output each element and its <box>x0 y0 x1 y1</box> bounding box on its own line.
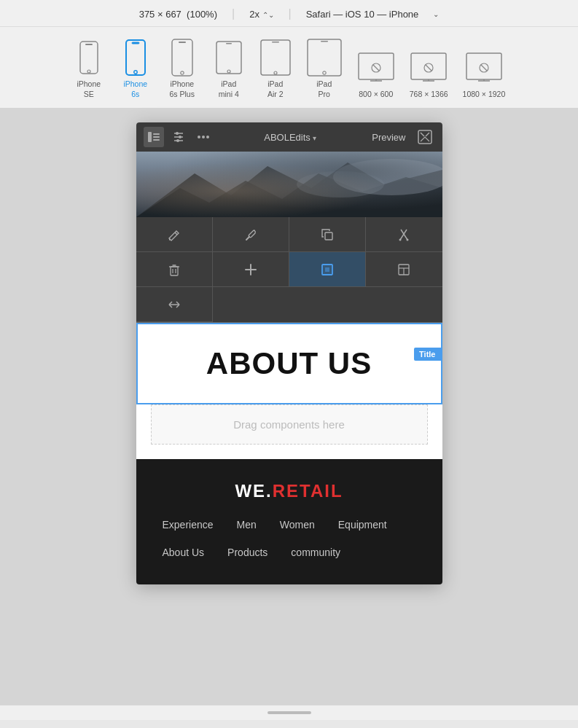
svg-rect-1 <box>85 44 93 45</box>
800x600-label: 800 × 600 <box>359 90 393 100</box>
footer-logo-retail: RETAIL <box>273 481 343 501</box>
device-1080x1920[interactable]: 1080 × 1920 <box>457 46 512 103</box>
svg-rect-58 <box>171 267 178 275</box>
footer-nav-experience[interactable]: Experience <box>151 514 225 535</box>
svg-rect-35 <box>153 136 160 138</box>
svg-rect-28 <box>466 53 501 79</box>
resolution-display: 375 × 667 (100%) <box>139 9 217 20</box>
svg-rect-0 <box>80 42 98 74</box>
scale-display[interactable]: 2x ⌃⌄ <box>249 9 273 20</box>
device-ipad-pro[interactable]: iPadPro <box>300 36 348 102</box>
svg-rect-33 <box>148 132 152 142</box>
svg-rect-7 <box>179 42 186 43</box>
equalizer-button[interactable] <box>168 127 189 147</box>
svg-point-41 <box>179 136 181 138</box>
zoom-value: (100%) <box>187 9 217 20</box>
footer-logo: WE.RETAIL <box>151 481 428 501</box>
device-iphone-6splus[interactable]: iPhone6s Plus <box>160 36 204 102</box>
footer-nav-women[interactable]: Women <box>268 514 327 535</box>
about-us-title: ABOUT US <box>152 339 426 388</box>
scale-arrows: ⌃⌄ <box>262 11 274 19</box>
edit-pencil-button[interactable] <box>136 217 213 252</box>
preview-button[interactable]: Preview <box>367 132 410 143</box>
hero-image <box>136 152 442 217</box>
svg-rect-4 <box>132 42 139 44</box>
svg-marker-48 <box>136 163 442 217</box>
footer-nav-about[interactable]: About Us <box>151 542 216 563</box>
svg-point-16 <box>323 71 326 74</box>
svg-line-54 <box>401 230 407 240</box>
scroll-bar <box>267 711 311 714</box>
sidebar-toggle-button[interactable] <box>144 127 164 147</box>
footer-nav-products[interactable]: Products <box>216 542 279 563</box>
copy-button[interactable] <box>289 217 366 252</box>
svg-rect-11 <box>226 43 232 44</box>
site-footer: WE.RETAIL Experience Men Women Equipment… <box>136 459 442 584</box>
1080x1920-label: 1080 × 1920 <box>463 90 506 100</box>
browser-display[interactable]: Safari — iOS 10 — iPhone <box>306 9 419 20</box>
800x600-icon <box>357 49 395 87</box>
svg-point-42 <box>176 139 179 142</box>
svg-rect-12 <box>261 40 290 75</box>
scroll-indicator <box>0 705 578 720</box>
iphone-se-label: iPhoneSE <box>77 79 101 99</box>
title-badge: Title <box>414 348 440 361</box>
device-ipad-mini4[interactable]: iPadmini 4 <box>207 36 251 102</box>
divider-1: | <box>232 7 235 20</box>
svg-line-27 <box>426 65 431 71</box>
svg-point-13 <box>274 71 277 74</box>
svg-line-44 <box>421 133 424 136</box>
footer-logo-we: WE. <box>235 481 272 501</box>
device-iphone-se[interactable]: iPhoneSE <box>67 36 111 102</box>
add-to-page-button[interactable] <box>415 127 435 147</box>
footer-nav-community[interactable]: community <box>279 542 352 563</box>
about-us-section[interactable]: ABOUT US Title <box>136 323 442 404</box>
device-800x600[interactable]: 800 × 600 <box>351 46 401 103</box>
768x1366-label: 768 × 1366 <box>410 90 448 100</box>
dot-2 <box>202 136 205 138</box>
svg-point-40 <box>176 132 179 135</box>
iphone-6s-icon <box>125 39 147 77</box>
svg-rect-17 <box>321 41 328 42</box>
768x1366-icon <box>410 49 448 87</box>
svg-point-10 <box>227 70 230 73</box>
svg-rect-23 <box>411 53 446 79</box>
layout-button[interactable] <box>366 252 442 287</box>
phone-frame: ABOLEdits ▾ Preview <box>136 122 442 584</box>
device-768x1366[interactable]: 768 × 1366 <box>404 46 454 103</box>
editor-toolbar: ABOLEdits ▾ Preview <box>136 122 442 152</box>
cut-button[interactable] <box>366 217 442 252</box>
svg-rect-6 <box>172 39 192 76</box>
svg-rect-65 <box>325 267 329 272</box>
more-options-button[interactable] <box>193 127 214 147</box>
settings-wrench-button[interactable] <box>213 217 289 252</box>
drag-drop-zone[interactable]: Drag components here <box>151 404 428 445</box>
svg-rect-14 <box>272 42 279 43</box>
resize-button[interactable] <box>136 287 213 322</box>
ipad-pro-icon <box>306 39 343 77</box>
add-plus-button[interactable] <box>213 252 289 287</box>
browser-arrow: ⌄ <box>433 10 439 18</box>
svg-rect-15 <box>308 39 341 76</box>
svg-rect-3 <box>126 40 145 75</box>
svg-line-52 <box>175 232 177 235</box>
1080x1920-icon <box>465 49 503 87</box>
footer-nav-equipment[interactable]: Equipment <box>327 514 399 535</box>
editor-title[interactable]: ABOLEdits ▾ <box>218 132 364 143</box>
footer-nav: Experience Men Women Equipment <box>151 514 428 535</box>
ipad-mini4-icon <box>215 39 243 77</box>
title-chevron: ▾ <box>313 134 316 142</box>
iphone-6splus-label: iPhone6s Plus <box>170 79 195 99</box>
device-iphone-6s[interactable]: iPhone6s <box>114 36 157 102</box>
device-ipad-air2[interactable]: iPadAir 2 <box>254 36 297 102</box>
dot-1 <box>198 136 200 138</box>
delete-trash-button[interactable] <box>136 252 213 287</box>
footer-nav-men[interactable]: Men <box>225 514 268 535</box>
ipad-air2-label: iPadAir 2 <box>267 79 284 99</box>
svg-point-57 <box>407 238 409 240</box>
iphone-6splus-icon <box>171 39 194 77</box>
dot-3 <box>206 136 209 138</box>
svg-rect-9 <box>216 42 241 74</box>
component-toolbar <box>136 217 442 323</box>
frame-select-button[interactable] <box>289 252 366 287</box>
